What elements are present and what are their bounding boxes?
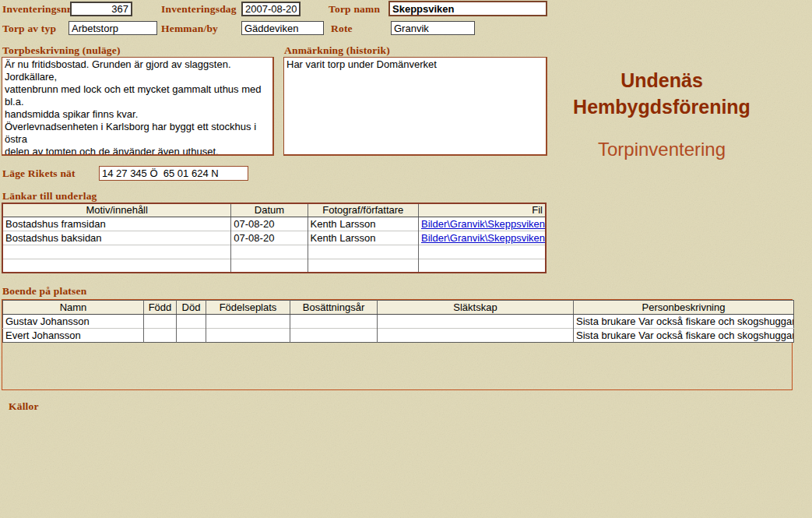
fotograf-cell: Kenth Larsson xyxy=(308,231,418,245)
boende-container: Namn Född Död Födelseplats Bosättningsår… xyxy=(2,299,793,390)
boende-heading: Boende på platsen xyxy=(2,285,86,298)
anmarkning-textarea[interactable]: Har varit torp under Domänverket xyxy=(283,57,547,156)
table-row: Gustav Johansson Sista brukare Var också… xyxy=(3,315,794,329)
torpnamn-label: Torp namn xyxy=(329,3,380,16)
table-row-empty xyxy=(2,259,546,273)
fil-cell: Bilder\Granvik\Skeppsviken- xyxy=(419,217,546,231)
page-title: Torpinventering xyxy=(545,139,779,160)
links-header-row: Motiv/innehåll Datum Fotograf/författare… xyxy=(2,203,546,217)
inventeringsdag-input[interactable] xyxy=(241,2,301,16)
inventeringsnr-input[interactable] xyxy=(70,2,132,16)
inventeringsdag-label: Inventeringsdag xyxy=(161,3,237,16)
fil-cell: Bilder\Granvik\Skeppsviken- xyxy=(419,231,546,245)
lage-label: Läge Rikets nät xyxy=(2,167,76,180)
personbeskrivning-cell: Sista brukare Var också fiskare och skog… xyxy=(574,315,794,329)
boende-header-personbeskrivning: Personbeskrivning xyxy=(574,301,794,315)
links-header-fotograf: Fotograf/författare xyxy=(308,203,418,217)
file-link[interactable]: Bilder\Granvik\Skeppsviken- xyxy=(421,232,546,244)
links-header-datum: Datum xyxy=(231,203,308,217)
datum-cell: 07-08-20 xyxy=(231,231,308,245)
boende-header-slaktskap: Släktskap xyxy=(378,301,574,315)
rote-label: Rote xyxy=(331,23,353,35)
links-header-fil: Fil xyxy=(419,203,546,217)
namn-cell: Evert Johansson xyxy=(3,329,144,343)
torpbeskrivning-label: Torpbeskrivning (nuläge) xyxy=(2,44,121,57)
boende-header-row: Namn Född Död Födelseplats Bosättningsår… xyxy=(3,301,794,315)
namn-cell: Gustav Johansson xyxy=(3,315,144,329)
org-title-line1: Undenäs xyxy=(545,67,779,93)
torpbeskrivning-textarea[interactable]: Är nu fritidsbostad. Grunden är gjord av… xyxy=(2,57,274,156)
lage-input[interactable] xyxy=(99,166,248,181)
table-row: Evert Johansson Sista brukare Var också … xyxy=(3,329,794,343)
links-header-motiv: Motiv/innehåll xyxy=(2,203,231,217)
boende-header-fodd: Född xyxy=(144,301,177,315)
file-link[interactable]: Bilder\Granvik\Skeppsviken- xyxy=(421,218,546,230)
table-row: Bostadshus framsidan 07-08-20 Kenth Lars… xyxy=(2,217,546,231)
rote-input[interactable] xyxy=(391,21,475,35)
boende-table: Namn Född Död Födelseplats Bosättningsår… xyxy=(2,300,794,343)
motiv-cell: Bostadshus framsidan xyxy=(2,217,231,231)
org-title-line2: Hembygdsförening xyxy=(545,93,779,120)
motiv-cell: Bostadshus baksidan xyxy=(2,231,231,245)
personbeskrivning-cell: Sista brukare Var också fiskare och skog… xyxy=(574,329,794,343)
torptyp-label: Torp av typ xyxy=(2,23,56,35)
lankar-heading: Länkar till underlag xyxy=(2,190,97,203)
torptyp-input[interactable] xyxy=(69,21,157,35)
table-row-empty xyxy=(2,245,546,259)
boende-header-fodelseplats: Födelseplats xyxy=(206,301,290,315)
fotograf-cell: Kenth Larsson xyxy=(308,217,418,231)
org-title-block: Undenäs Hembygdsförening Torpinventering xyxy=(545,67,779,160)
datum-cell: 07-08-20 xyxy=(231,217,308,231)
anmarkning-label: Anmärkning (historik) xyxy=(284,44,390,57)
hemmanby-input[interactable] xyxy=(241,21,324,35)
boende-header-bosattningsar: Bosättningsår xyxy=(290,301,378,315)
boende-header-namn: Namn xyxy=(3,301,144,315)
inventeringsnr-label: Inventeringsnr xyxy=(2,3,72,16)
boende-header-dod: Död xyxy=(177,301,206,315)
torpnamn-input[interactable] xyxy=(388,1,547,16)
torpinventering-page: Inventeringsnr Inventeringsdag Torp namn… xyxy=(0,0,812,518)
hemmanby-label: Hemman/by xyxy=(161,23,218,35)
kallor-heading: Källor xyxy=(9,400,39,413)
links-table: Motiv/innehåll Datum Fotograf/författare… xyxy=(2,203,547,273)
table-row: Bostadshus baksidan 07-08-20 Kenth Larss… xyxy=(2,231,546,245)
